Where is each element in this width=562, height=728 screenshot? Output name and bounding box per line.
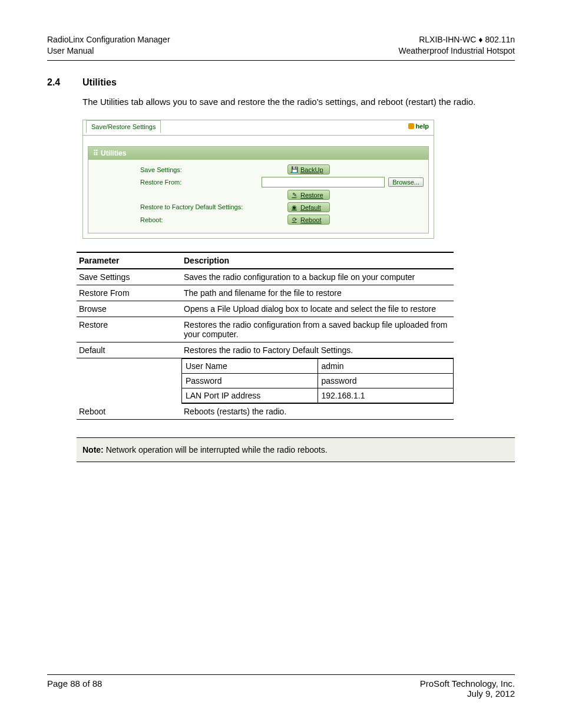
footer-company: ProSoft Technology, Inc. [420,678,515,689]
target-icon: ◉ [290,203,298,211]
header-left-line1: RadioLinx Configuration Manager [47,34,170,45]
factory-default-label: Restore to Factory Default Settings: [93,203,287,211]
col-description: Description [181,252,454,269]
section-number: 2.4 [47,77,65,88]
footer-page: Page 88 of 88 [47,678,102,699]
note-box: Note: Network operation will be interrup… [77,437,515,462]
header-left-line2: User Manual [47,45,170,57]
grid-icon: ⠿ [93,149,97,157]
restore-button[interactable]: ✎ Restore [287,190,330,200]
disk-icon: 💾 [290,166,298,173]
help-link[interactable]: help [404,120,434,132]
footer-date: July 9, 2012 [420,689,515,699]
table-row: Reboot Reboots (restarts) the radio. [77,404,454,420]
power-icon: ⟳ [290,216,298,223]
edit-icon: ✎ [290,191,298,199]
table-row: User Nameadmin Passwordpassword LAN Port… [77,358,454,404]
header-right-line1: RLXIB-IHN-WC ♦ 802.11n [399,34,515,45]
restore-from-label: Restore From: [93,179,262,186]
reboot-button[interactable]: ⟳ Reboot [287,215,330,225]
section-title: Utilities [82,77,117,88]
help-icon [408,123,414,129]
tab-save-restore[interactable]: Save/Restore Settings [86,120,161,133]
utilities-box-header: ⠿Utilities [88,147,428,160]
restore-path-input[interactable] [262,177,385,187]
page-footer: Page 88 of 88 ProSoft Technology, Inc. J… [47,674,515,699]
table-row: Browse Opens a File Upload dialog box to… [77,301,454,317]
default-credentials-table: User Nameadmin Passwordpassword LAN Port… [181,358,454,403]
reboot-label: Reboot: [93,216,287,223]
browse-button[interactable]: Browse... [388,177,424,187]
page-header: RadioLinx Configuration Manager User Man… [47,34,515,61]
backup-button[interactable]: 💾 BackUp [287,164,330,174]
table-row: Restore From The path and filename for t… [77,285,454,301]
parameter-table: Parameter Description Save Settings Save… [77,252,454,420]
table-row: Restore Restores the radio configuration… [77,317,454,342]
table-row: Save Settings Saves the radio configurat… [77,269,454,285]
table-row: Default Restores the radio to Factory De… [77,342,454,358]
save-settings-label: Save Settings: [93,166,287,173]
section-intro: The Utilities tab allows you to save and… [82,96,515,108]
settings-panel: Save/Restore Settings help ⠿Utilities Sa… [82,120,434,239]
default-button[interactable]: ◉ Default [287,202,330,212]
col-parameter: Parameter [77,252,181,269]
header-right-line2: Weatherproof Industrial Hotspot [399,45,515,57]
